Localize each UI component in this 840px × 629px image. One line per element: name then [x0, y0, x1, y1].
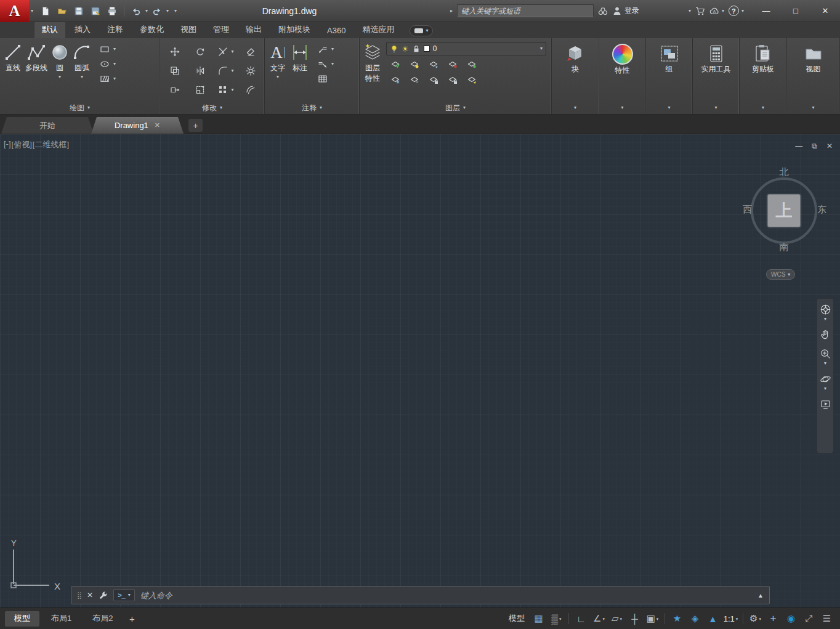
a360-button[interactable]: A▾ [709, 6, 724, 16]
stretch-button[interactable] [168, 84, 182, 96]
rectangle-button[interactable] [98, 43, 111, 55]
customization-menu-button[interactable]: ☰ [818, 611, 835, 627]
search-button[interactable] [598, 6, 608, 16]
grid-toggle[interactable]: ▦ [530, 611, 547, 627]
viewport-close-icon[interactable]: ✕ [826, 142, 833, 150]
circle-button[interactable]: 圆 ▾ [49, 41, 71, 81]
ribbon-tab-parametric[interactable]: 参数化 [132, 22, 171, 38]
open-file-button[interactable] [55, 4, 70, 18]
view-panel-expand[interactable]: ▾ [787, 102, 839, 114]
hatch-button[interactable] [98, 73, 111, 85]
isometric-drafting-toggle[interactable]: ▱▾ [608, 611, 625, 627]
command-line-close-icon[interactable]: ✕ [87, 591, 93, 599]
annotation-scale-button[interactable]: ▲ [705, 611, 721, 627]
layer-unlock-button[interactable] [445, 73, 460, 86]
layer-properties-button[interactable]: 图层 特性 [361, 41, 384, 85]
object-snap-toggle[interactable]: ▣▾ [644, 611, 661, 627]
showmotion-button[interactable] [820, 399, 831, 410]
mirror-button[interactable] [193, 65, 207, 77]
layer-lock-button[interactable] [426, 73, 441, 86]
minimize-button[interactable]: — [751, 0, 781, 22]
command-input[interactable] [140, 591, 752, 600]
rectangle-dropdown-icon[interactable]: ▾ [113, 47, 116, 52]
save-as-button[interactable] [88, 4, 103, 18]
arc-dropdown-icon[interactable]: ▾ [81, 75, 83, 79]
clean-screen-button[interactable]: ⤢ [801, 611, 817, 627]
sign-in-dropdown-icon[interactable]: ▾ [689, 9, 691, 14]
layer-color-swatch[interactable] [424, 46, 430, 52]
viewcube-north[interactable]: 北 [741, 166, 827, 178]
new-drawing-tab-button[interactable]: + [188, 119, 203, 132]
ribbon-tab-insert[interactable]: 插入 [67, 22, 98, 38]
utilities-button[interactable]: 实用工具 [700, 42, 732, 76]
ribbon-tab-manage[interactable]: 管理 [206, 22, 236, 38]
search-input[interactable] [457, 4, 594, 17]
viewcube-top-face[interactable]: 上 [767, 194, 801, 227]
ribbon-tab-view[interactable]: 视图 [173, 22, 204, 38]
set-current-layer-button[interactable] [387, 57, 403, 71]
layer-combobox-dropdown-icon[interactable]: ▾ [540, 46, 543, 51]
ellipse-dropdown-icon[interactable]: ▾ [113, 62, 116, 67]
table-button[interactable] [316, 73, 329, 85]
properties-panel-expand[interactable]: ▾ [599, 102, 645, 114]
command-history-expand-icon[interactable]: ▲ [757, 592, 764, 599]
snap-toggle[interactable]: ▒▾ [548, 611, 565, 627]
insert-block-button[interactable]: 块 [564, 42, 586, 76]
layer-previous-button[interactable] [426, 57, 441, 71]
drawing1-tab-close-icon[interactable]: ✕ [155, 121, 160, 129]
ortho-toggle[interactable]: ∟ [573, 611, 589, 627]
annotation-panel-label[interactable]: 注释▾ [265, 102, 359, 114]
ribbon-tab-output[interactable]: 输出 [238, 22, 269, 38]
viewport-restore-icon[interactable]: ⧉ [812, 142, 817, 150]
polar-tracking-toggle[interactable]: ∠▾ [591, 611, 607, 627]
array-dropdown-icon[interactable]: ▾ [231, 87, 233, 92]
layer-walk-button[interactable] [464, 73, 479, 86]
line-button[interactable]: 直线 [2, 41, 24, 75]
help-dropdown-icon[interactable]: ▾ [741, 9, 744, 14]
ribbon-tab-a360[interactable]: A360 [320, 23, 353, 38]
layer-off-button[interactable] [406, 73, 422, 86]
offset-button[interactable] [244, 84, 257, 96]
fillet-dropdown-icon[interactable]: ▾ [231, 68, 233, 73]
viewport-minimize-icon[interactable]: — [795, 142, 802, 150]
plot-button[interactable] [105, 4, 119, 18]
command-customize-wrench-icon[interactable] [99, 591, 108, 600]
search-expand-icon[interactable]: ▸ [450, 9, 453, 14]
command-line-grip[interactable]: ⣿ [77, 591, 81, 599]
ribbon-tab-addins[interactable]: 附加模块 [271, 22, 318, 38]
help-button[interactable]: ?▾ [729, 6, 744, 16]
modify-panel-label[interactable]: 修改▾ [160, 102, 264, 114]
layer-select-combobox[interactable]: ☀ 0 ▾ [386, 42, 546, 55]
command-line[interactable]: ⣿ ✕ >_▾ ▲ [71, 586, 770, 604]
ribbon-tab-home[interactable]: 默认 [34, 22, 65, 38]
scale-selector[interactable]: 1:1▾ [722, 611, 739, 627]
ellipse-button[interactable] [98, 58, 111, 70]
erase-button[interactable] [244, 46, 257, 58]
trim-button[interactable] [216, 46, 230, 58]
multileader-dropdown-icon[interactable]: ▾ [331, 62, 334, 67]
maximize-button[interactable]: □ [781, 0, 810, 22]
layer-freeze-sun-icon[interactable]: ☀ [402, 45, 409, 53]
layer-on-bulb-icon[interactable] [390, 44, 398, 53]
viewcube[interactable]: 北 西 东 南 上 [741, 159, 827, 270]
leader-dropdown-icon[interactable]: ▾ [331, 47, 334, 52]
object-snap-tracking-toggle[interactable]: ┼ [626, 611, 643, 627]
block-panel-expand[interactable]: ▾ [552, 102, 599, 114]
annotation-visibility-toggle[interactable]: ★ [669, 611, 685, 627]
viewcube-east[interactable]: 东 [817, 204, 826, 216]
scale-button[interactable] [193, 84, 207, 96]
wcs-selector[interactable]: WCS▾ [766, 269, 795, 280]
layers-panel-label[interactable]: 图层▾ [360, 102, 551, 114]
group-panel-expand[interactable]: ▾ [646, 102, 692, 114]
annotation-monitor-button[interactable]: + [765, 611, 781, 627]
drawing-canvas[interactable]: [-] [俯视] [二维线框] — ⧉ ✕ 北 西 东 南 上 WCS▾ ▾ ▾… [0, 134, 840, 607]
fillet-button[interactable] [216, 65, 230, 77]
start-tab[interactable]: 开始 [1, 117, 94, 134]
a360-dropdown-icon[interactable]: ▾ [722, 9, 724, 14]
utilities-panel-expand[interactable]: ▾ [693, 102, 739, 114]
model-space-toggle[interactable]: 模型 [504, 613, 529, 624]
layer-lock-icon[interactable] [412, 44, 421, 53]
workspace-switching-button[interactable]: ⚙▾ [747, 611, 764, 627]
explode-button[interactable] [244, 65, 257, 77]
navigation-wheel-button[interactable]: ▾ [820, 304, 831, 322]
